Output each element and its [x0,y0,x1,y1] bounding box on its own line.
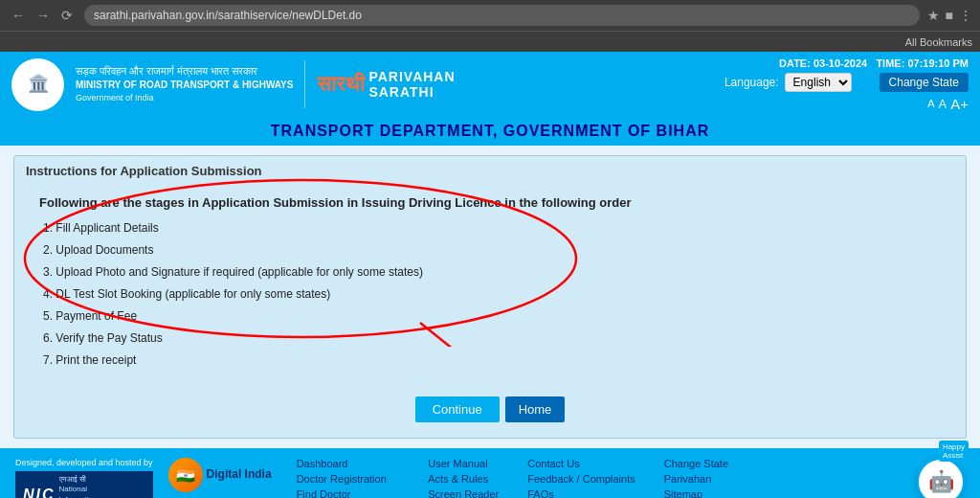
menu-button[interactable]: ⋮ [959,8,972,23]
translate-icon: 🌐 [858,75,874,90]
address-bar[interactable]: sarathi.parivahan.gov.in/sarathiservice/… [84,5,920,26]
footer-link-contact[interactable]: Contact Us [527,458,635,469]
parivahan-label: PARIVAHAN [368,69,455,84]
instructions-intro: Following are the stages in Application … [39,195,941,210]
reload-button[interactable]: ⟳ [57,6,77,25]
hindi-text: सड़क परिवहन और राजमार्ग मंत्रालय भारत सर… [76,64,293,79]
font-large-button[interactable]: A+ [950,96,969,112]
forward-button[interactable]: → [33,6,54,25]
footer-link-change-state[interactable]: Change State [664,458,728,469]
extensions-button[interactable]: ■ [946,8,953,23]
emblem-icon: 🏛️ [28,74,49,95]
designed-label: Designed, developed and hosted by [15,458,153,467]
list-item: 4. DL Test Slot Booking (applicable for … [43,285,941,303]
continue-button[interactable]: Continue [415,396,500,422]
sarathi-logo: सारथी PARIVAHAN SARATHI [317,69,455,100]
list-item: 1. Fill Applicant Details [43,219,941,237]
time-value: 07:19:10 PM [907,57,969,69]
digital-india-icon: 🇮🇳 [168,458,203,492]
font-small-button[interactable]: A [927,96,934,112]
annotation-container: Following are the stages in Application … [26,186,954,383]
url-text: sarathi.parivahan.gov.in/sarathiservice/… [94,9,362,22]
chatbot-label: HappyAssist [939,441,969,462]
list-item: 3. Upload Photo and Signature if require… [43,263,941,281]
footer-links: Dashboard Doctor Registration Find Docto… [297,458,728,498]
nic-text: NIC [23,487,56,498]
digital-india-logo: 🇮🇳 Digital India [168,458,272,492]
browser-nav-buttons[interactable]: ← → ⟳ [8,6,77,25]
digital-india-label: Digital India [207,467,272,483]
action-buttons: Continue Home [26,396,954,430]
instructions-box: Instructions for Application Submission … [13,155,967,439]
language-label: Language: [724,76,779,89]
footer-link-parivahan[interactable]: Parivahan [664,473,728,485]
footer-link-find-doctor[interactable]: Find Doctor [297,488,400,498]
footer-link-feedback[interactable]: Feedback / Complaints [527,473,635,485]
digital-india-text: Digital India [207,467,272,483]
footer-link-sitemap[interactable]: Sitemap [664,488,728,498]
browser-actions: ★ ■ ⋮ [927,8,972,23]
main-content: Instructions for Application Submission … [0,146,980,448]
footer-link-acts-rules[interactable]: Acts & Rules [428,473,499,485]
site-footer: Designed, developed and hosted by NIC एन… [0,448,980,498]
govt-label: Government of India [76,92,293,104]
ministry-name: MINISTRY OF ROAD TRANSPORT & HIGHWAYS [76,79,293,92]
footer-col-4: Change State Parivahan Sitemap [664,458,728,498]
govt-text-block: सड़क परिवहन और राजमार्ग मंत्रालय भारत सर… [76,64,293,104]
change-state-button[interactable]: Change State [880,73,969,92]
date-value: 03-10-2024 [813,57,867,69]
sarathi-label: SARATHI [368,84,455,100]
bookmarks-label: All Bookmarks [905,36,972,48]
sarathi-devanagari-icon: सारथी [317,72,365,97]
site-header: 🏛️ सड़क परिवहन और राजमार्ग मंत्रालय भारत… [0,52,980,117]
footer-link-screen-reader[interactable]: Screen Reader [428,488,499,498]
font-size-buttons: A A A+ [927,96,969,112]
footer-link-user-manual[interactable]: User Manual [428,458,499,469]
time-label: TIME: [876,57,904,69]
list-item: 2. Upload Documents [43,241,941,259]
nic-logo: NIC एनआई सी National Informatics Centre [15,471,153,498]
language-row: Language: English Hindi 🌐 Change State [724,73,969,92]
footer-col-2: User Manual Acts & Rules Screen Reader [428,458,499,498]
home-button[interactable]: Home [505,396,566,422]
header-right: DATE: 03-10-2024 TIME: 07:19:10 PM Langu… [724,57,969,112]
footer-col-3: Contact Us Feedback / Complaints FAQs [527,458,635,498]
back-button[interactable]: ← [8,6,29,25]
footer-nic-section: Designed, developed and hosted by NIC एन… [15,458,153,498]
govt-emblem: 🏛️ [11,58,64,111]
datetime-display: DATE: 03-10-2024 TIME: 07:19:10 PM [779,57,969,69]
browser-chrome: ← → ⟳ sarathi.parivahan.gov.in/sarathise… [0,0,980,31]
footer-link-faqs[interactable]: FAQs [527,488,635,498]
instructions-body: Following are the stages in Application … [26,186,954,383]
star-button[interactable]: ★ [927,8,940,23]
language-select[interactable]: English Hindi [785,73,852,92]
instructions-title: Instructions for Application Submission [26,164,954,178]
footer-link-dashboard[interactable]: Dashboard [297,458,400,469]
instructions-list: 1. Fill Applicant Details 2. Upload Docu… [39,219,941,369]
date-label: DATE: [779,57,811,69]
nic-full-text: एनआई सी National Informatics Centre [59,475,97,498]
list-item: 6. Verify the Pay Status [43,329,941,347]
page-title: TRANSPORT DEPARTMENT, GOVERNMENT OF BIHA… [0,117,980,146]
list-item: 5. Payment of Fee [43,307,941,325]
list-item: 7. Print the receipt [43,351,941,369]
header-divider [304,60,305,108]
font-medium-button[interactable]: A [939,96,947,112]
footer-link-doctor-reg[interactable]: Doctor Registration [297,473,400,485]
bookmarks-bar: All Bookmarks [0,31,980,52]
footer-col-1: Dashboard Doctor Registration Find Docto… [297,458,400,498]
chatbot-container: 🤖 HappyAssist [917,458,965,498]
chatbot-button[interactable]: 🤖 [917,458,965,498]
